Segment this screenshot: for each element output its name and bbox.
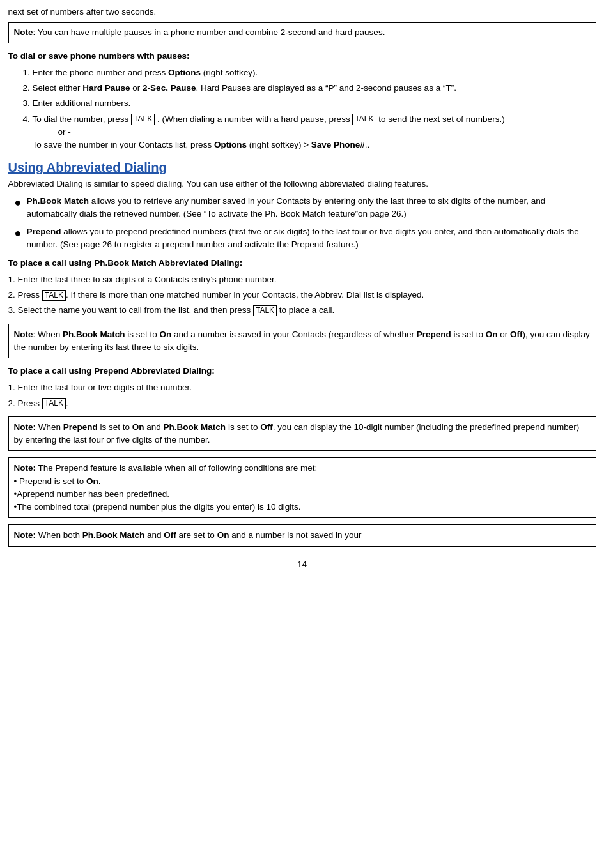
note2-phbook: Ph.Book Match — [63, 330, 125, 339]
prepend-step-1: 1. Enter the last four or five digits of… — [8, 381, 596, 394]
dial-save-heading: To dial or save phone numbers with pause… — [8, 50, 596, 63]
note-box-5: Note: When both Ph.Book Match and Off ar… — [8, 524, 596, 546]
phbook-step-2: 2. Press TALK. If there is more than one… — [8, 289, 596, 301]
prepend-steps: 1. Enter the last four or five digits of… — [8, 381, 596, 410]
note4-on: On — [86, 476, 98, 486]
note5-label: Note: — [14, 530, 36, 540]
talk-key-5: TALK — [42, 398, 66, 409]
intro-line-text: next set of numbers after two seconds. — [8, 7, 157, 17]
note3-off: Off — [260, 422, 273, 432]
note3-label: Note: — [14, 422, 36, 432]
note5-phbook: Ph.Book Match — [82, 530, 145, 540]
2sec-pause-bold: 2-Sec. Pause — [143, 83, 196, 93]
abbreviated-dialing-heading: Using Abbreviated Dialing — [8, 160, 596, 175]
top-note-box: Note: You can have multiple pauses in a … — [8, 22, 596, 43]
bullet-phbook: ● Ph.Book Match allows you to retrieve a… — [15, 195, 596, 221]
note-box-3: Note: When Prepend is set to On and Ph.B… — [8, 416, 596, 452]
step-3: Enter additional numbers. — [33, 97, 596, 110]
note3-prepend: Prepend — [63, 422, 98, 432]
bullet-dot-2: ● — [15, 225, 22, 241]
page-number-text: 14 — [297, 560, 307, 569]
phbook-steps: 1. Enter the last three to six digits of… — [8, 273, 596, 317]
phbook-bold: Ph.Book Match — [26, 196, 89, 206]
note2-label: Note — [14, 330, 33, 339]
step-2: Select either Hard Pause or 2-Sec. Pause… — [33, 82, 596, 95]
note5-on: On — [217, 530, 229, 540]
note4-bullet2: •Aprepend number has been predefined. — [14, 489, 169, 499]
prepend-step-2: 2. Press TALK. — [8, 397, 596, 410]
save-phone-bold: Save Phone# — [311, 140, 365, 149]
save-text: To save the number in your Contacts list… — [33, 140, 370, 149]
page-number: 14 — [8, 560, 596, 569]
bullet-prepend: ● Prepend allows you to prepend predefin… — [15, 225, 596, 252]
step-4: To dial the number, press TALK . (When d… — [33, 113, 596, 152]
note-box-4: Note: The Prepend feature is available w… — [8, 457, 596, 518]
note4-label: Note: — [14, 463, 36, 473]
note3-on: On — [132, 422, 144, 432]
abbreviated-intro: Abbreviated Dialing is similar to speed … — [8, 178, 596, 190]
note2-on2: On — [486, 330, 498, 339]
talk-key-3: TALK — [42, 290, 66, 301]
top-note-text: : You can have multiple pauses in a phon… — [33, 27, 385, 37]
bullet-dot-1: ● — [15, 195, 22, 211]
phbook-step-1: 1. Enter the last three to six digits of… — [8, 273, 596, 286]
note3-phbook: Ph.Book Match — [164, 422, 226, 432]
prepend-bold: Prepend — [26, 227, 61, 236]
options-bold-2: Options — [214, 140, 247, 149]
note5-off: Off — [164, 530, 176, 540]
dial-save-steps: Enter the phone number and press Options… — [21, 66, 596, 152]
intro-line: next set of numbers after two seconds. — [8, 3, 596, 19]
talk-key-2: TALK — [352, 114, 376, 125]
prepend-section-heading: To place a call using Prepend Abbreviate… — [8, 365, 596, 377]
top-note-label: Note — [14, 27, 33, 37]
abbreviated-bullets: ● Ph.Book Match allows you to retrieve a… — [15, 195, 596, 252]
note2-off: Off — [510, 330, 523, 339]
options-bold: Options — [168, 68, 201, 77]
note2-prepend: Prepend — [417, 330, 451, 339]
note-box-2: Note: When Ph.Book Match is set to On an… — [8, 324, 596, 359]
note4-bullet1: • Prepend is set to On. — [14, 476, 101, 486]
talk-key-1: TALK — [131, 114, 155, 125]
phbook-section-heading: To place a call using Ph.Book Match Abbr… — [8, 257, 596, 270]
note4-bullet3: •The combined total (prepend number plus… — [14, 502, 301, 512]
page-content: next set of numbers after two seconds. N… — [8, 0, 596, 569]
or-line: or - — [58, 127, 71, 137]
phbook-text: Ph.Book Match allows you to retrieve any… — [26, 195, 596, 221]
note2-on1: On — [160, 330, 172, 339]
prepend-text: Prepend allows you to prepend predefined… — [26, 225, 596, 252]
hard-pause-bold: Hard Pause — [82, 83, 130, 93]
step-1: Enter the phone number and press Options… — [33, 66, 596, 79]
talk-key-4: TALK — [253, 305, 277, 317]
phbook-step-3: 3. Select the name you want to call from… — [8, 304, 596, 317]
